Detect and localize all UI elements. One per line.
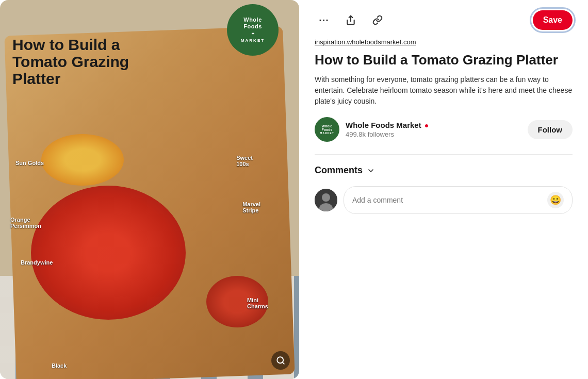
whole-foods-logo: Whole Foods ✦ MARKET (227, 4, 279, 56)
red-tomato-large (31, 186, 186, 320)
comments-label: Comments (315, 165, 363, 176)
comment-input[interactable] (352, 196, 543, 204)
pin-description: With something for everyone, tomato graz… (315, 74, 573, 107)
creator-name-row: Whole Foods Market ● (346, 121, 521, 129)
emoji-icon: 😀 (550, 194, 561, 206)
more-icon: ··· (319, 14, 329, 26)
label-brandywine: Brandywine (21, 259, 53, 266)
comment-row: 😀 (315, 186, 573, 214)
source-link[interactable]: inspiration.wholefoodsmarket.com (315, 38, 573, 46)
share-button[interactable] (341, 11, 360, 29)
toolbar-left: ··· (315, 11, 387, 29)
right-panel: ··· Save inspiration.wholefoodsmarket.co… (299, 0, 588, 379)
pin-title: How to Build a Tomato Grazing Platter (315, 52, 573, 68)
comments-header[interactable]: Comments (315, 165, 573, 176)
emoji-button[interactable]: 😀 (547, 192, 564, 208)
label-sun-golds: Sun Golds (15, 160, 44, 166)
save-button[interactable]: Save (533, 10, 573, 30)
label-black: Black (52, 362, 67, 369)
creator-avatar[interactable]: Whole Foods MARKET (315, 117, 339, 142)
creator-row: Whole Foods MARKET Whole Foods Market ● … (315, 117, 573, 142)
comment-input-wrapper: 😀 (344, 186, 573, 214)
follow-button[interactable]: Follow (528, 120, 573, 139)
yellow-tomato (41, 134, 124, 186)
verified-badge: ● (424, 121, 429, 129)
image-title: How to Build a Tomato Grazing Platter (12, 36, 129, 87)
commenter-avatar (315, 189, 337, 211)
svg-line-1 (282, 362, 284, 364)
svg-point-4 (322, 193, 330, 202)
toolbar: ··· Save (315, 10, 573, 30)
label-marvel-stripe: MarvelStripe (242, 201, 260, 213)
creator-info: Whole Foods Market ● 499.8k followers (346, 121, 521, 138)
visual-search-icon[interactable] (271, 351, 290, 370)
link-icon (372, 15, 383, 25)
more-options-button[interactable]: ··· (315, 11, 333, 29)
creator-followers: 499.8k followers (346, 130, 521, 138)
pin-image-panel: Whole Foods ✦ MARKET How to Build a Toma… (0, 0, 299, 379)
label-sweet-100s: Sweet100s (236, 155, 253, 167)
creator-name[interactable]: Whole Foods Market (346, 121, 421, 129)
user-avatar-icon (315, 189, 337, 211)
label-orange-persimmon: OrangePersimmon (10, 217, 41, 229)
label-mini-charms: MiniCharms (247, 297, 268, 309)
share-icon (346, 15, 356, 25)
link-button[interactable] (368, 11, 387, 29)
chevron-down-icon (367, 167, 375, 175)
divider (315, 154, 573, 155)
